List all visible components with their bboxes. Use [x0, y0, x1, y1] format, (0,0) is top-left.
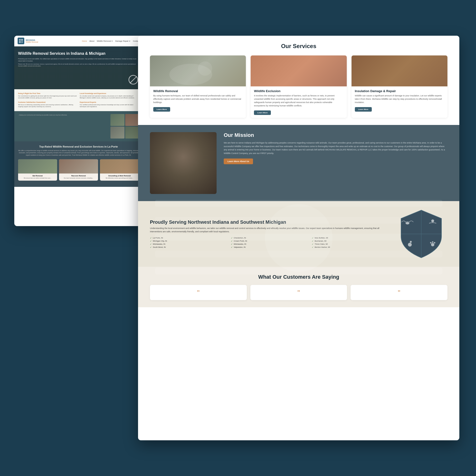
feature-2: Local Knowledge and Experience As a loca…	[80, 93, 139, 99]
photo-2	[125, 114, 139, 126]
svg-point-20	[432, 241, 433, 243]
mid-desc: ...helping your community and restoring …	[18, 114, 109, 116]
shield-logo	[395, 208, 447, 260]
svg-rect-1	[21, 39, 23, 41]
bat-title: Bat Removal	[19, 175, 56, 177]
raccoon-body: Raccoon Removal Our team humanely remove…	[59, 173, 98, 181]
bat-image	[18, 159, 57, 173]
feature-1-desc: Our commitment to getting the job done r…	[18, 95, 77, 99]
mid-photos	[110, 114, 139, 138]
card-right: Our Services Wildlife Removal By using h…	[138, 36, 459, 440]
svg-rect-3	[21, 41, 23, 43]
right-services-section: Our Services Wildlife Removal By using h…	[138, 36, 459, 125]
nav-about[interactable]: About	[89, 40, 94, 42]
groundhog-body: Groundhog & Mole Removal We effectively …	[100, 173, 139, 181]
raccoon-desc: Our team humanely removes raccoons, incl…	[60, 177, 97, 179]
bat-body: Bat Removal We ensure bats are safely ex…	[18, 173, 57, 181]
services-grid-right: Wildlife Removal By using humane techniq…	[150, 55, 447, 118]
left-bottom: Top-Rated Wildlife Removal and Exclusion…	[14, 141, 143, 187]
feature-4: Experienced Experts Our certified profes…	[80, 102, 139, 108]
bat-desc: We ensure bats are safely excluded from …	[19, 177, 56, 179]
top-rated-body: We offer a comprehensive range of wildli…	[18, 150, 139, 156]
hero-note: Please note: We are not a sanctuary, res…	[18, 63, 139, 67]
mid-text: ...helping your community and restoring …	[18, 114, 109, 116]
left-logo: MICHIANA Wildlife Removal	[17, 38, 38, 44]
no-pets-icon	[129, 75, 138, 85]
svg-point-18	[431, 243, 434, 246]
brand-icon	[17, 38, 24, 44]
service-card-insulation: Insulation Damage & Repair Wildlife can …	[352, 55, 447, 118]
svg-point-17	[410, 241, 412, 243]
svg-point-19	[430, 242, 431, 243]
nav-home[interactable]: Home	[82, 40, 87, 42]
raccoon-img	[150, 132, 217, 194]
feature-1-title: Doing It Right the First Time	[18, 93, 77, 94]
svg-point-16	[408, 243, 412, 247]
service-raccoon: Raccoon Removal Our team humanely remove…	[59, 159, 98, 181]
raccoon-title: Raccoon Removal	[60, 175, 97, 177]
nav-wildlife-removal[interactable]: Wildlife Removal ∨	[97, 40, 113, 42]
left-mid-section: ...helping your community and restoring …	[14, 111, 143, 141]
brand-name-block: MICHIANA Wildlife Removal	[26, 39, 38, 43]
groundhog-title: Groundhog & Mole Removal	[102, 175, 137, 177]
card-left: MICHIANA Wildlife Removal Home About Wil…	[14, 36, 143, 226]
services-row: Bat Removal We ensure bats are safely ex…	[18, 159, 139, 181]
brand-name: MICHIANA	[26, 39, 38, 41]
brand-subtitle: Wildlife Removal	[26, 41, 38, 43]
feature-3-title: Customer Satisfaction Guaranteed	[18, 102, 77, 103]
nav-damage-repair[interactable]: Damage Repair ∨	[115, 40, 130, 42]
svg-point-21	[434, 242, 435, 243]
hero-heading: Wildlife Removal Services in Indiana & M…	[18, 51, 139, 56]
feature-3-desc: We focus on delivering outstanding servi…	[18, 104, 77, 108]
page-wrapper: MICHIANA Wildlife Removal Home About Wil…	[0, 0, 476, 476]
feature-4-title: Experienced Experts	[80, 102, 139, 103]
nav-links: Home About Wildlife Removal ∨ Damage Rep…	[82, 40, 139, 42]
left-nav: MICHIANA Wildlife Removal Home About Wil…	[14, 36, 143, 46]
svg-point-14	[406, 222, 409, 224]
service-bat: Bat Removal We ensure bats are safely ex…	[18, 159, 57, 181]
features-grid: Doing It Right the First Time Our commit…	[18, 93, 139, 108]
left-features: Doing It Right the First Time Our commit…	[14, 89, 143, 111]
feature-1: Doing It Right the First Time Our commit…	[18, 93, 77, 99]
feature-3: Customer Satisfaction Guaranteed We focu…	[18, 102, 77, 108]
service-img-wood	[352, 55, 447, 86]
groundhog-desc: We effectively remove groundhogs and mol…	[102, 177, 137, 179]
raccoon-image	[59, 159, 98, 173]
feature-2-desc: As a locally owned and operated company,…	[80, 95, 139, 99]
mission-image	[150, 132, 217, 194]
hero-description: Protecting your home and wildlife. Our s…	[18, 58, 139, 62]
feature-2-title: Local Knowledge and Experience	[80, 93, 139, 94]
feature-4-desc: Our certified professionals bring extens…	[80, 104, 139, 108]
photo-3	[110, 127, 124, 138]
svg-rect-0	[19, 39, 21, 41]
svg-point-15	[431, 220, 434, 222]
left-hero: Wildlife Removal Services in Indiana & M…	[14, 46, 143, 89]
photo-1	[110, 114, 124, 126]
photo-4	[125, 127, 139, 138]
top-rated-title: Top-Rated Wildlife Removal and Exclusion…	[18, 145, 139, 148]
service-groundhog: Groundhog & Mole Removal We effectively …	[100, 159, 139, 181]
svg-rect-2	[19, 41, 21, 43]
groundhog-image	[100, 159, 139, 173]
